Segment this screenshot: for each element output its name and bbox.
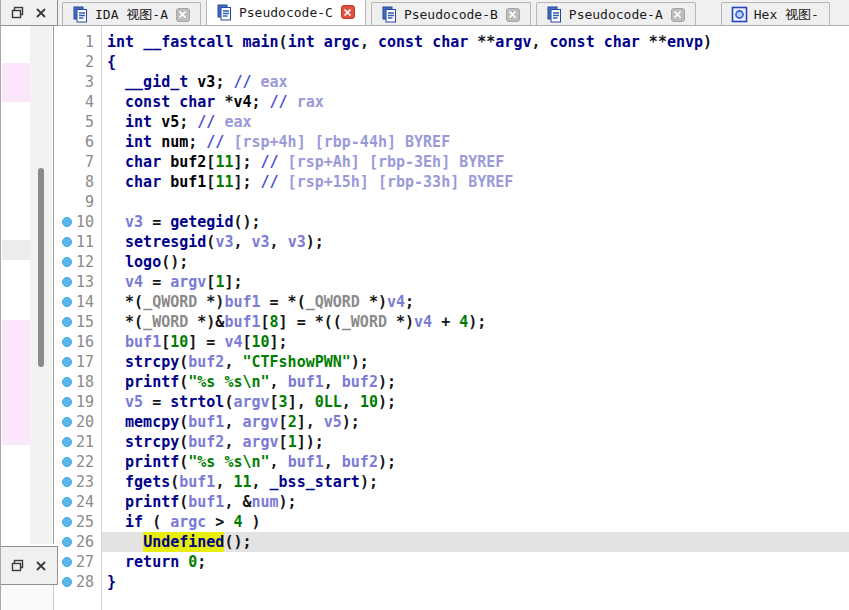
code-text[interactable]: setresgid(v3, v3, v3); xyxy=(102,232,849,252)
code-text[interactable]: v5 = strtol(argv[3], 0LL, 10); xyxy=(102,392,849,412)
close-panel-icon[interactable] xyxy=(34,559,48,573)
tab-pseudocode-b[interactable]: Pseudocode-B xyxy=(371,2,531,26)
code-line: 20 memcpy(buf1, argv[2], v5); xyxy=(54,412,849,432)
code-text[interactable]: strcpy(buf2, "CTFshowPWN"); xyxy=(102,352,849,372)
float-window-icon[interactable] xyxy=(11,6,25,20)
line-number: 9 xyxy=(85,192,94,212)
code-text[interactable]: int v5; // eax xyxy=(102,112,849,132)
line-address-dot-icon[interactable] xyxy=(62,337,72,347)
line-gutter: 17 xyxy=(54,352,102,372)
code-text[interactable]: __gid_t v3; // eax xyxy=(102,72,849,92)
line-gutter: 2 xyxy=(54,52,102,72)
line-gutter: 6 xyxy=(54,132,102,152)
pseudocode-icon xyxy=(216,4,233,21)
tab-pseudocode-c[interactable]: Pseudocode-C xyxy=(206,0,366,26)
code-text[interactable]: printf("%s %s\n", buf1, buf2); xyxy=(102,452,849,472)
line-address-dot-icon[interactable] xyxy=(62,477,72,487)
code-line: 21 strcpy(buf2, argv[1]); xyxy=(54,432,849,452)
ida-window: IDA 视图-APseudocode-CPseudocode-BPseudoco… xyxy=(0,0,849,610)
line-address-dot-icon[interactable] xyxy=(62,297,72,307)
code-text[interactable]: v4 = argv[1]; xyxy=(102,272,849,292)
code-text[interactable]: char buf2[11]; // [rsp+Ah] [rbp-3Eh] BYR… xyxy=(102,152,849,172)
code-text[interactable]: fgets(buf1, 11, _bss_start); xyxy=(102,472,849,492)
tab-label: IDA 视图-A xyxy=(95,6,168,24)
line-address-dot-icon[interactable] xyxy=(62,357,72,367)
line-gutter: 4 xyxy=(54,92,102,112)
tab-close-icon[interactable] xyxy=(341,5,355,19)
code-text[interactable]: } xyxy=(102,572,849,592)
tab-close-icon[interactable] xyxy=(176,8,190,22)
ida-view-icon xyxy=(72,6,89,23)
tab-hex-view[interactable]: Hex 视图- xyxy=(721,2,830,26)
code-text[interactable]: printf("%s %s\n", buf1, buf2); xyxy=(102,372,849,392)
main-area: IDA 视图-APseudocode-CPseudocode-BPseudoco… xyxy=(54,0,849,610)
code-text[interactable]: if ( argc > 4 ) xyxy=(102,512,849,532)
line-number: 5 xyxy=(85,112,94,132)
code-text[interactable]: printf(buf1, &num); xyxy=(102,492,849,512)
code-text[interactable] xyxy=(102,192,849,212)
close-panel-icon[interactable] xyxy=(34,6,48,20)
line-address-dot-icon[interactable] xyxy=(62,257,72,267)
code-line: 7 char buf2[11]; // [rsp+Ah] [rbp-3Eh] B… xyxy=(54,152,849,172)
highlighted-identifier[interactable]: Undefined xyxy=(143,532,224,552)
code-text[interactable]: *(_WORD *)&buf1[8] = *((_WORD *)v4 + 4); xyxy=(102,312,849,332)
line-number: 22 xyxy=(76,452,94,472)
line-address-dot-icon[interactable] xyxy=(62,377,72,387)
code-line: 28} xyxy=(54,572,849,592)
line-address-dot-icon[interactable] xyxy=(62,277,72,287)
code-line: 14 *(_QWORD *)buf1 = *(_QWORD *)v4; xyxy=(54,292,849,312)
code-line: 23 fgets(buf1, 11, _bss_start); xyxy=(54,472,849,492)
pseudocode-view[interactable]: 1int __fastcall main(int argc, const cha… xyxy=(54,26,849,610)
gray-highlight xyxy=(2,240,30,260)
code-text[interactable]: return 0; xyxy=(102,552,849,572)
line-address-dot-icon[interactable] xyxy=(62,557,72,567)
line-address-dot-icon[interactable] xyxy=(62,577,72,587)
code-text[interactable]: v3 = getegid(); xyxy=(102,212,849,232)
line-number: 26 xyxy=(76,532,94,552)
pseudocode-icon xyxy=(546,6,563,23)
left-panel-titlebar xyxy=(1,0,58,26)
code-text[interactable]: const char *v4; // rax xyxy=(102,92,849,112)
line-address-dot-icon[interactable] xyxy=(62,457,72,467)
line-address-dot-icon[interactable] xyxy=(62,217,72,227)
line-address-dot-icon[interactable] xyxy=(62,517,72,527)
code-text[interactable]: strcpy(buf2, argv[1]); xyxy=(102,432,849,452)
code-line: 18 printf("%s %s\n", buf1, buf2); xyxy=(54,372,849,392)
code-text[interactable]: char buf1[11]; // [rsp+15h] [rbp-33h] BY… xyxy=(102,172,849,192)
pink-highlight xyxy=(2,320,30,445)
line-address-dot-icon[interactable] xyxy=(62,317,72,327)
code-line: 19 v5 = strtol(argv[3], 0LL, 10); xyxy=(54,392,849,412)
code-text[interactable]: *(_QWORD *)buf1 = *(_QWORD *)v4; xyxy=(102,292,849,312)
code-text[interactable]: buf1[10] = v4[10]; xyxy=(102,332,849,352)
tab-close-icon[interactable] xyxy=(671,8,685,22)
code-text[interactable]: Undefined(); xyxy=(102,532,849,552)
code-line: 10 v3 = getegid(); xyxy=(54,212,849,232)
tab-ida-view-a[interactable]: IDA 视图-A xyxy=(62,2,201,26)
code-line: 8 char buf1[11]; // [rsp+15h] [rbp-33h] … xyxy=(54,172,849,192)
line-number: 24 xyxy=(76,492,94,512)
line-number: 17 xyxy=(76,352,94,372)
tab-close-icon[interactable] xyxy=(506,8,520,22)
code-text[interactable]: { xyxy=(102,52,849,72)
code-text[interactable]: memcpy(buf1, argv[2], v5); xyxy=(102,412,849,432)
tab-pseudocode-a[interactable]: Pseudocode-A xyxy=(536,2,696,26)
line-address-dot-icon[interactable] xyxy=(62,497,72,507)
line-gutter: 25 xyxy=(54,512,102,532)
line-address-dot-icon[interactable] xyxy=(62,537,72,547)
tab-label: Pseudocode-C xyxy=(239,5,333,20)
line-address-dot-icon[interactable] xyxy=(62,417,72,427)
line-number: 15 xyxy=(76,312,94,332)
line-gutter: 8 xyxy=(54,172,102,192)
line-gutter: 24 xyxy=(54,492,102,512)
tab-label: Hex 视图- xyxy=(754,6,819,24)
code-text[interactable]: int num; // [rsp+4h] [rbp-44h] BYREF xyxy=(102,132,849,152)
code-text[interactable]: logo(); xyxy=(102,252,849,272)
side-minimap-panel[interactable] xyxy=(1,26,54,544)
line-number: 12 xyxy=(76,252,94,272)
line-address-dot-icon[interactable] xyxy=(62,397,72,407)
code-text[interactable]: int __fastcall main(int argc, const char… xyxy=(102,32,849,52)
minimap-scrollbar-thumb[interactable] xyxy=(38,168,44,367)
line-address-dot-icon[interactable] xyxy=(62,237,72,247)
line-address-dot-icon[interactable] xyxy=(62,437,72,447)
float-window-icon[interactable] xyxy=(11,559,25,573)
